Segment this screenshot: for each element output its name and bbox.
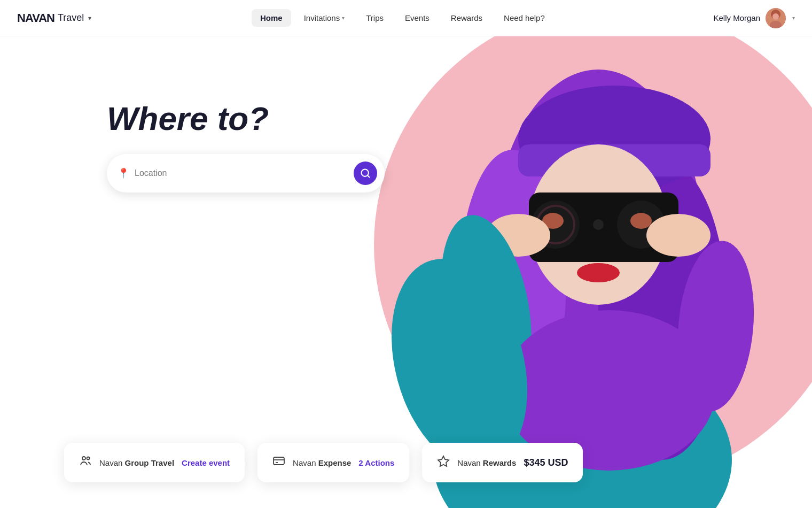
bottom-cards: Navan Group Travel Create event Navan Ex… [64,443,583,482]
hero-image-area [331,36,812,508]
location-pin-icon: 📍 [118,167,129,179]
search-button[interactable] [354,161,377,185]
hero-content: Where to? 📍 [107,101,385,193]
hero-person-illustration [353,43,812,508]
rewards-label: Navan Rewards [457,458,516,467]
user-profile-area[interactable]: Kelly Morgan ▾ [713,8,795,28]
card-expense-icon [272,456,285,466]
svg-point-4 [772,13,779,20]
group-travel-card: Navan Group Travel Create event [64,443,245,482]
logo-travel: Travel [58,12,84,24]
svg-point-16 [593,219,604,230]
svg-line-28 [368,175,370,178]
rewards-amount: $345 USD [524,457,568,468]
expense-label: Navan Expense [293,458,351,467]
search-icon [360,168,371,179]
nav-item-home[interactable]: Home [252,9,291,27]
user-name: Kelly Morgan [713,13,760,22]
avatar-image [766,8,786,28]
star-icon [437,455,450,468]
logo-navan: NAVAN [17,11,54,25]
svg-point-22 [646,214,710,257]
create-event-button[interactable]: Create event [182,458,230,467]
invitations-dropdown-arrow: ▾ [342,15,345,21]
nav-item-trips[interactable]: Trips [357,9,392,27]
nav-item-invitations[interactable]: Invitations ▾ [295,9,354,27]
nav-item-help[interactable]: Need help? [495,9,553,27]
hero-section: Where to? 📍 [0,36,812,508]
svg-rect-31 [274,457,284,465]
svg-point-30 [87,457,90,460]
group-travel-label: Navan Group Travel [99,458,174,467]
expense-icon [272,456,285,469]
rewards-card: Navan Rewards $345 USD [422,443,583,482]
logo-area[interactable]: NAVAN Travel ▾ [17,11,91,25]
nav-item-rewards[interactable]: Rewards [442,9,491,27]
svg-point-12 [577,263,620,282]
nav-center: Home Invitations ▾ Trips Events Rewards … [252,9,553,27]
svg-point-20 [630,213,652,229]
svg-point-29 [82,457,85,460]
nav-item-events[interactable]: Events [396,9,438,27]
svg-marker-34 [438,456,449,466]
expense-actions-badge[interactable]: 2 Actions [358,458,394,467]
user-dropdown-arrow[interactable]: ▾ [792,15,795,21]
navigation: NAVAN Travel ▾ Home Invitations ▾ Trips … [0,0,812,36]
avatar [766,8,786,28]
hero-title: Where to? [107,101,385,137]
logo-dropdown-arrow[interactable]: ▾ [88,14,91,22]
rewards-star-icon [437,455,450,471]
search-bar: 📍 [107,154,385,193]
location-search-input[interactable] [135,168,354,178]
expense-card: Navan Expense 2 Actions [257,443,409,482]
group-travel-icon [79,455,92,471]
people-group-icon [79,455,92,467]
